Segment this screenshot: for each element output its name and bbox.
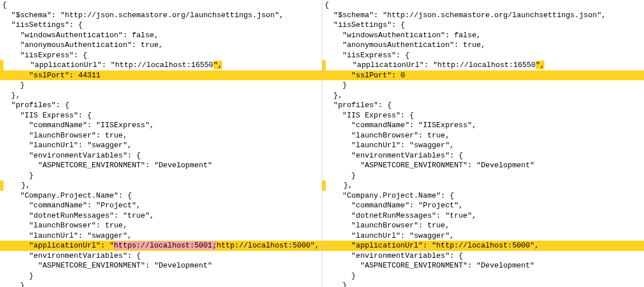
code-line: { — [322, 0, 644, 10]
code-line: } — [322, 281, 644, 287]
code-line: "commandName": "IISExpress", — [322, 120, 644, 131]
code-text: }, — [3, 181, 30, 190]
code-line: "windowsAuthentication": false, — [0, 30, 322, 41]
code-line: "IIS Express": { — [0, 111, 322, 121]
code-line: } — [322, 80, 644, 91]
code-line: "$schema": "http://json.schemastore.org/… — [0, 10, 322, 21]
code-line: { — [0, 0, 322, 10]
code-line: "environmentVariables": { — [0, 151, 322, 161]
code-line: "applicationUrl": "http://localhost:1655… — [0, 60, 322, 70]
code-line: "$schema": "http://json.schemastore.org/… — [322, 10, 644, 21]
code-line: } — [322, 271, 644, 281]
code-line: "launchBrowser": true, — [322, 221, 644, 231]
diff-line: "sslPort": 0 — [322, 70, 644, 81]
code-line: "launchBrowser": true, — [0, 131, 322, 141]
diff-line: "sslPort": 44311 — [0, 70, 322, 81]
diff-container: { "$schema": "http://json.schemastore.or… — [0, 0, 644, 287]
code-text: "sslPort": — [325, 71, 401, 80]
code-line: "commandName": "Project", — [322, 200, 644, 211]
code-line: "commandName": "IISExpress", — [0, 120, 322, 131]
code-text: }, — [326, 181, 353, 190]
code-text: "applicationUrl": " — [2, 241, 114, 250]
code-line: "dotnetRunMessages": "true", — [322, 211, 644, 221]
code-text: 0 — [401, 71, 405, 80]
code-line: } — [322, 171, 644, 181]
code-line: }, — [0, 91, 322, 101]
diff-deletion: https://localhost:5001; — [114, 241, 216, 250]
code-line: "applicationUrl": "http://localhost:1655… — [322, 60, 644, 70]
diff-line: "applicationUrl": "http://localhost:5000… — [322, 241, 644, 251]
code-text: "applicationUrl": "http://localhost:1655… — [3, 61, 214, 69]
right-pane[interactable]: { "$schema": "http://json.schemastore.or… — [322, 0, 644, 287]
code-line: } — [0, 80, 322, 91]
code-line: "commandName": "Project", — [0, 200, 322, 211]
code-line: "launchUrl": "swagger", — [322, 231, 644, 241]
code-line: } — [0, 171, 322, 181]
diff-highlight: ", — [214, 61, 223, 69]
code-line: "environmentVariables": { — [0, 251, 322, 261]
code-line: "launchUrl": "swagger", — [0, 140, 322, 151]
code-line: "launchUrl": "swagger", — [0, 231, 322, 241]
code-text: 44311 — [78, 71, 101, 80]
code-line: } — [0, 271, 322, 281]
code-line: "anonymousAuthentication": true, — [322, 40, 644, 50]
code-line: "iisExpress": { — [322, 50, 644, 61]
code-line: "launchBrowser": true, — [0, 221, 322, 231]
code-line: "ASPNETCORE_ENVIRONMENT": "Development" — [322, 261, 644, 271]
code-line: "environmentVariables": { — [322, 151, 644, 161]
code-line: "iisSettings": { — [322, 20, 644, 30]
code-text: http://localhost:5000", — [216, 241, 319, 250]
diff-line: "applicationUrl": "https://localhost:500… — [0, 241, 322, 251]
code-line: "ASPNETCORE_ENVIRONMENT": "Development" — [0, 261, 322, 271]
code-line: "iisExpress": { — [0, 50, 322, 61]
code-line: "launchUrl": "swagger", — [322, 140, 644, 151]
code-line: "windowsAuthentication": false, — [322, 30, 644, 41]
code-line: "IIS Express": { — [322, 111, 644, 121]
code-line: "anonymousAuthentication": true, — [0, 40, 322, 50]
code-line: "dotnetRunMessages": "true", — [0, 211, 322, 221]
code-line: "ASPNETCORE_ENVIRONMENT": "Development" — [322, 160, 644, 171]
code-line: } — [0, 281, 322, 287]
code-line: "profiles": { — [0, 100, 322, 111]
code-line: "Company.Project.Name": { — [0, 191, 322, 201]
code-line: "environmentVariables": { — [322, 251, 644, 261]
code-line: "launchBrowser": true, — [322, 131, 644, 141]
diff-highlight: ", — [536, 61, 545, 69]
code-line: "profiles": { — [322, 100, 644, 111]
code-line: }, — [322, 91, 644, 101]
left-pane[interactable]: { "$schema": "http://json.schemastore.or… — [0, 0, 322, 287]
code-text: "applicationUrl": "http://localhost:5000… — [325, 241, 539, 250]
code-line: "Company.Project.Name": { — [322, 191, 644, 201]
code-line: "ASPNETCORE_ENVIRONMENT": "Development" — [0, 160, 322, 171]
code-text: "sslPort": — [2, 71, 78, 80]
code-line: }, — [322, 180, 644, 191]
code-line: "iisSettings": { — [0, 20, 322, 30]
code-line: }, — [0, 180, 322, 191]
code-text: "applicationUrl": "http://localhost:1655… — [326, 61, 536, 69]
